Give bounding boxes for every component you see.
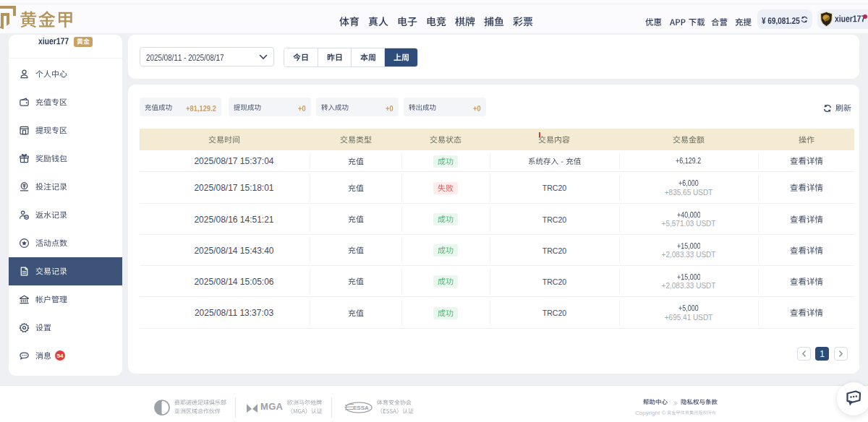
- svg-text:ESSA: ESSA: [353, 405, 369, 411]
